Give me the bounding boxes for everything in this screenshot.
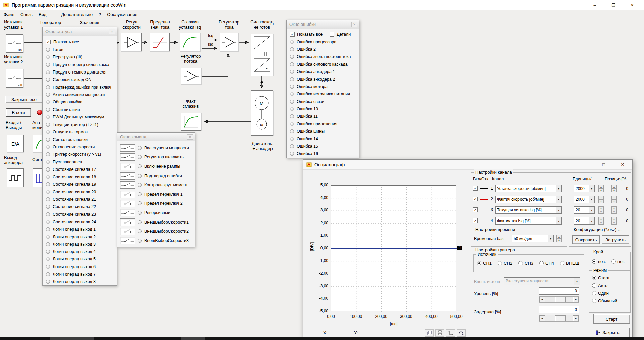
command-switch-button[interactable] bbox=[120, 218, 135, 226]
trigger-edge-radio[interactable]: поз. bbox=[592, 259, 609, 264]
trigger-delay-scrollbar[interactable]: ◄ ► bbox=[539, 315, 579, 322]
channel-units-select[interactable]: 2000 ▼ bbox=[574, 196, 595, 203]
error-item[interactable]: Ошибка энкодера 2 bbox=[287, 76, 359, 83]
spin-up-icon[interactable]: ▲ bbox=[611, 196, 617, 199]
online-button[interactable]: В сети bbox=[6, 108, 31, 117]
status-item[interactable]: Логич операц выход 1 bbox=[43, 226, 117, 233]
timebase-select[interactable]: 50 мс/дел ▼ bbox=[512, 235, 554, 242]
error-item[interactable]: Ошибка связи bbox=[287, 98, 359, 105]
block-power-stage[interactable]: ~ = = ~ bbox=[251, 34, 273, 76]
channel-units-select[interactable]: 20 ▼ bbox=[574, 217, 595, 225]
spin-up-icon[interactable]: ▲ bbox=[611, 217, 617, 221]
trigger-source-radio[interactable]: CH3 bbox=[518, 261, 536, 266]
timebase-spinner[interactable]: ▲▼ bbox=[556, 235, 562, 242]
error-item[interactable]: Ошибка звена постоян тока bbox=[287, 53, 359, 60]
channel-position-spinner[interactable]: ▲▼ bbox=[611, 206, 617, 214]
error-item[interactable]: Ошибка мотора bbox=[287, 83, 359, 90]
error-item[interactable]: Ошибка 2 bbox=[287, 46, 359, 53]
error-item[interactable]: Ошибка процессора bbox=[287, 38, 359, 46]
status-item[interactable]: Логич операц выход 3 bbox=[43, 241, 117, 248]
scrollbar-thumb[interactable] bbox=[555, 315, 566, 321]
status-item[interactable]: Логич операц выход 2 bbox=[43, 233, 117, 240]
channel-signal-select[interactable]: Текущая уставка isq [%] ▼ bbox=[495, 206, 562, 214]
trigger-source-radio[interactable]: ВНЕШ bbox=[560, 261, 578, 266]
channel-units-select[interactable]: 2000 ▼ bbox=[574, 185, 595, 192]
status-item[interactable]: Логич операц выход 7 bbox=[43, 271, 117, 278]
scope-close-icon[interactable]: ✕ bbox=[619, 162, 626, 167]
scope-minimize-icon[interactable]: – bbox=[581, 162, 589, 167]
channel-units-spinner[interactable]: ▲▼ bbox=[598, 217, 604, 225]
spin-down-icon[interactable]: ▼ bbox=[598, 210, 604, 214]
commands-window-titlebar[interactable]: Окно команд ✕ bbox=[117, 133, 195, 141]
spin-down-icon[interactable]: ▼ bbox=[598, 221, 604, 225]
spin-up-icon[interactable]: ▲ bbox=[556, 235, 562, 239]
status-show-all-checkbox[interactable]: ✓ bbox=[46, 40, 51, 44]
block-source1[interactable]: RS bbox=[6, 34, 23, 53]
error-item[interactable]: Ошибка 10 bbox=[287, 105, 359, 113]
block-current-lim[interactable] bbox=[150, 33, 170, 51]
trigger-delay-field[interactable]: 0 bbox=[539, 306, 579, 313]
status-item[interactable]: Сигнал остановки bbox=[43, 136, 117, 143]
error-item[interactable]: Ошибка 16 bbox=[287, 150, 359, 157]
spin-up-icon[interactable]: ▲ bbox=[598, 217, 604, 221]
errors-details-checkbox[interactable]: ✓ bbox=[330, 32, 334, 37]
status-item[interactable]: Пуск завершен bbox=[43, 158, 117, 165]
status-item[interactable]: Логич операц выход 8 bbox=[43, 278, 117, 285]
channel-units-spinner[interactable]: ▲▼ bbox=[598, 196, 604, 203]
dropdown-arrow-icon[interactable]: ▼ bbox=[556, 207, 561, 213]
errors-window-titlebar[interactable]: Окно ошибки ✕ bbox=[287, 20, 359, 29]
error-item[interactable]: Ошибка шины bbox=[287, 128, 359, 135]
status-item[interactable]: Готов bbox=[43, 46, 117, 53]
channel-position-spinner[interactable]: ▲▼ bbox=[611, 217, 617, 225]
status-item[interactable]: Подтвержд ошибки при включ bbox=[43, 83, 117, 91]
error-item[interactable]: Ошибка приложения bbox=[287, 120, 359, 128]
status-item[interactable]: Общая ошибка bbox=[43, 98, 117, 106]
dropdown-arrow-icon[interactable]: ▼ bbox=[589, 196, 594, 203]
minimize-icon[interactable]: – bbox=[591, 3, 598, 8]
status-item[interactable]: Логич операц выход 5 bbox=[43, 255, 117, 263]
commands-window-close-icon[interactable]: ✕ bbox=[187, 134, 193, 140]
status-item[interactable]: Предуп о перегр силов каска bbox=[43, 61, 117, 68]
scope-close-button[interactable]: Закрыть bbox=[586, 328, 630, 337]
status-item[interactable]: Актив снижение мощности bbox=[43, 91, 117, 98]
channel-enable-checkbox[interactable]: ✓ bbox=[473, 207, 478, 212]
spin-up-icon[interactable]: ▲ bbox=[611, 206, 617, 210]
block-speed-regulator[interactable] bbox=[121, 33, 142, 51]
block-isq-smoothing[interactable] bbox=[180, 33, 200, 51]
error-item[interactable]: Ошибка энкодера 1 bbox=[287, 68, 359, 76]
scroll-right-icon[interactable]: ► bbox=[573, 297, 579, 302]
status-item[interactable]: Сбой питания bbox=[43, 106, 117, 113]
status-item[interactable]: Отпустить тормоз bbox=[43, 128, 117, 136]
status-item[interactable]: Состояние сигнала 18 bbox=[43, 173, 117, 181]
load-config-button[interactable]: Загрузить bbox=[602, 235, 629, 244]
menu-item[interactable]: Обслуживание bbox=[104, 12, 140, 17]
status-window-close-icon[interactable]: ✕ bbox=[109, 29, 115, 34]
start-button[interactable]: Старт bbox=[593, 314, 630, 324]
status-item[interactable]: Состояние сигнала 21 bbox=[43, 196, 117, 203]
close-icon[interactable]: ✕ bbox=[629, 3, 636, 8]
channel-enable-checkbox[interactable]: ✓ bbox=[473, 197, 478, 201]
error-item[interactable]: Ошибка 11 bbox=[287, 113, 359, 120]
save-config-button[interactable]: Сохранить bbox=[572, 235, 600, 244]
scroll-left-icon[interactable]: ◄ bbox=[539, 297, 545, 302]
block-flux-regulator[interactable] bbox=[181, 68, 201, 84]
trigger-mode-radio[interactable]: Авто bbox=[592, 283, 617, 288]
spin-up-icon[interactable]: ▲ bbox=[611, 185, 617, 189]
menu-item[interactable]: ? bbox=[96, 12, 104, 17]
spin-down-icon[interactable]: ▼ bbox=[611, 199, 617, 203]
status-item[interactable]: PWM Достигнут максимум bbox=[43, 113, 117, 121]
scope-titlebar[interactable]: Осциллограф – □ ✕ bbox=[303, 160, 632, 170]
dropdown-arrow-icon[interactable]: ▼ bbox=[556, 185, 561, 192]
error-item[interactable]: Ошибка источника питания bbox=[287, 90, 359, 98]
status-item[interactable]: Состояние сигнала 20 bbox=[43, 188, 117, 196]
trigger-edge-radio[interactable]: нег. bbox=[611, 259, 629, 264]
channel-enable-checkbox[interactable]: ✓ bbox=[473, 186, 478, 191]
menu-item[interactable]: Дополнительно bbox=[58, 12, 96, 17]
channel-enable-checkbox[interactable]: ✓ bbox=[473, 218, 478, 223]
spin-down-icon[interactable]: ▼ bbox=[598, 199, 604, 203]
command-switch-button[interactable] bbox=[120, 153, 135, 161]
status-item[interactable]: Предуп о темпер двигателя bbox=[43, 68, 117, 76]
status-item[interactable]: Логич операц выход 6 bbox=[43, 263, 117, 271]
spin-down-icon[interactable]: ▼ bbox=[611, 189, 617, 192]
block-actual-smoothing[interactable] bbox=[181, 113, 201, 131]
